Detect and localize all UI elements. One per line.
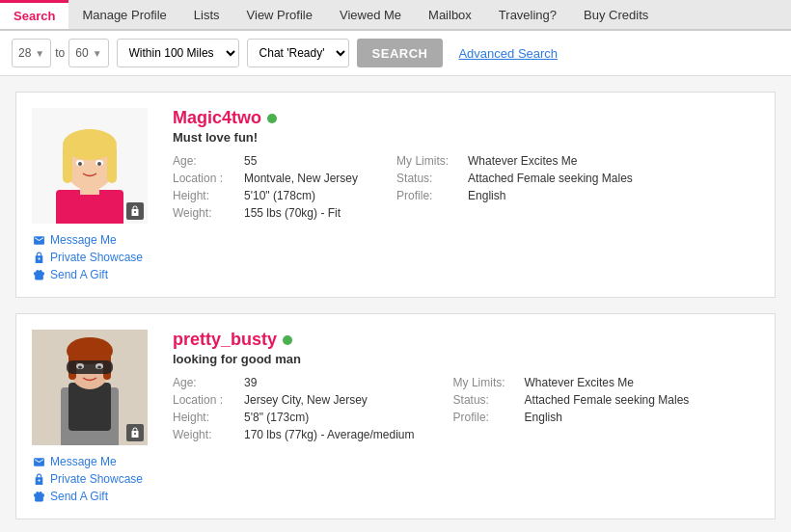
chat-ready-select[interactable]: Chat 'Ready' Any bbox=[247, 39, 349, 67]
limits-value-2: Whatever Excites Me bbox=[525, 376, 634, 389]
lock-badge-1 bbox=[126, 202, 144, 220]
advanced-search-button[interactable]: Advanced Search bbox=[450, 39, 565, 67]
weight-value-2: 170 lbs (77kg) - Average/medium bbox=[244, 428, 415, 441]
send-gift-label-1: Send A Gift bbox=[50, 268, 108, 281]
online-dot-2 bbox=[283, 335, 292, 345]
location-row-2: Location : Jersey City, New Jersey bbox=[173, 393, 415, 407]
height-value-2: 5'8" (173cm) bbox=[244, 411, 309, 424]
weight-row-2: Weight: 170 lbs (77kg) - Average/medium bbox=[173, 428, 415, 441]
main-content: Message Me Private Showcase Send A Gift bbox=[0, 76, 791, 532]
limits-value-1: Whatever Excites Me bbox=[468, 154, 577, 168]
limits-row-2: My Limits: Whatever Excites Me bbox=[453, 376, 690, 389]
svg-rect-6 bbox=[107, 145, 117, 183]
age-from-select[interactable]: 28 ▼ bbox=[12, 39, 51, 67]
height-label-2: Height: bbox=[173, 411, 240, 424]
nav-item-lists[interactable]: Lists bbox=[180, 0, 233, 29]
status-value-1: Attached Female seeking Males bbox=[468, 172, 633, 185]
status-label-2: Status: bbox=[453, 393, 521, 407]
nav-item-view-profile[interactable]: View Profile bbox=[233, 0, 326, 29]
username-1: Magic4two bbox=[173, 108, 261, 128]
private-showcase-link-2[interactable]: Private Showcase bbox=[32, 472, 143, 486]
showcase-lock-icon-1 bbox=[32, 251, 45, 264]
profile-left-1: Message Me Private Showcase Send A Gift bbox=[32, 108, 157, 281]
age-label-1: Age: bbox=[173, 154, 240, 168]
private-showcase-label-1: Private Showcase bbox=[50, 251, 143, 264]
lock-badge-2 bbox=[126, 424, 144, 441]
weight-label-1: Weight: bbox=[173, 206, 240, 220]
lock-icon-1 bbox=[129, 205, 141, 217]
age-range: 28 ▼ to 60 ▼ bbox=[12, 39, 109, 67]
location-row-1: Location : Montvale, New Jersey bbox=[173, 172, 358, 185]
tagline-1: Must love fun! bbox=[173, 130, 759, 145]
tagline-2: looking for good man bbox=[173, 352, 759, 366]
profile-lang-value-1: English bbox=[468, 189, 505, 202]
location-label-2: Location : bbox=[173, 393, 240, 407]
age-to-value: 60 bbox=[75, 46, 88, 60]
profile-lang-label-2: Profile: bbox=[453, 411, 521, 424]
online-dot-1 bbox=[267, 114, 277, 123]
limits-label-1: My Limits: bbox=[396, 154, 464, 168]
message-me-link-2[interactable]: Message Me bbox=[32, 455, 143, 468]
age-from-caret-icon: ▼ bbox=[35, 48, 44, 59]
message-icon-1 bbox=[32, 233, 45, 247]
send-gift-link-2[interactable]: Send A Gift bbox=[32, 490, 143, 503]
nav-item-search[interactable]: Search bbox=[0, 0, 68, 29]
height-row-1: Height: 5'10" (178cm) bbox=[173, 189, 358, 202]
age-value-1: 55 bbox=[244, 154, 257, 168]
nav-item-buy-credits[interactable]: Buy Credits bbox=[570, 0, 662, 29]
age-to-label: to bbox=[55, 46, 65, 60]
nav-item-viewed-me[interactable]: Viewed Me bbox=[326, 0, 415, 29]
nav-item-manage-profile[interactable]: Manage Profile bbox=[68, 0, 179, 29]
svg-point-22 bbox=[78, 366, 82, 369]
profile-photo-wrap-2 bbox=[32, 330, 148, 445]
username-2: pretty_busty bbox=[173, 330, 277, 350]
location-value-1: Montvale, New Jersey bbox=[244, 172, 358, 185]
location-value-2: Jersey City, New Jersey bbox=[244, 393, 368, 407]
send-gift-label-2: Send A Gift bbox=[50, 490, 108, 503]
limits-label-2: My Limits: bbox=[453, 376, 521, 389]
nav-item-traveling[interactable]: Traveling? bbox=[485, 0, 570, 29]
message-me-label-2: Message Me bbox=[50, 455, 117, 468]
message-me-link-1[interactable]: Message Me bbox=[32, 233, 143, 247]
private-showcase-label-2: Private Showcase bbox=[50, 472, 143, 486]
age-row-2: Age: 39 bbox=[173, 376, 415, 389]
svg-point-9 bbox=[78, 162, 82, 166]
weight-value-1: 155 lbs (70kg) - Fit bbox=[244, 206, 341, 220]
age-to-select[interactable]: 60 ▼ bbox=[68, 39, 108, 67]
age-from-value: 28 bbox=[18, 46, 31, 60]
profile-card-2: Message Me Private Showcase Send A Gift bbox=[15, 313, 776, 519]
nav-item-mailbox[interactable]: Mailbox bbox=[415, 0, 485, 29]
age-row-1: Age: 55 bbox=[173, 154, 358, 168]
showcase-lock-icon-2 bbox=[32, 472, 45, 486]
age-to-caret-icon: ▼ bbox=[93, 48, 102, 59]
detail-col-left-1: Age: 55 Location : Montvale, New Jersey … bbox=[173, 154, 358, 220]
profile-details-1: Age: 55 Location : Montvale, New Jersey … bbox=[173, 154, 759, 220]
weight-label-2: Weight: bbox=[173, 428, 240, 441]
profile-photo-wrap-1 bbox=[32, 108, 148, 224]
svg-rect-5 bbox=[63, 145, 72, 183]
status-row-1: Status: Attached Female seeking Males bbox=[396, 172, 633, 185]
distance-select[interactable]: Within 100 Miles Within 50 Miles Within … bbox=[117, 39, 239, 67]
nav-bar: Search Manage Profile Lists View Profile… bbox=[0, 0, 791, 31]
send-gift-link-1[interactable]: Send A Gift bbox=[32, 268, 143, 281]
detail-col-left-2: Age: 39 Location : Jersey City, New Jers… bbox=[173, 376, 415, 441]
detail-col-right-1: My Limits: Whatever Excites Me Status: A… bbox=[396, 154, 633, 220]
private-showcase-link-1[interactable]: Private Showcase bbox=[32, 251, 143, 264]
age-value-2: 39 bbox=[244, 376, 257, 389]
profile-details-2: Age: 39 Location : Jersey City, New Jers… bbox=[173, 376, 759, 441]
height-row-2: Height: 5'8" (173cm) bbox=[173, 411, 415, 424]
message-icon-2 bbox=[32, 455, 45, 468]
filter-bar: 28 ▼ to 60 ▼ Within 100 Miles Within 50 … bbox=[0, 31, 791, 76]
svg-point-10 bbox=[97, 162, 101, 166]
detail-col-right-2: My Limits: Whatever Excites Me Status: A… bbox=[453, 376, 690, 441]
gift-icon-2 bbox=[32, 490, 45, 503]
profile-card-1: Message Me Private Showcase Send A Gift bbox=[15, 92, 776, 298]
location-label-1: Location : bbox=[173, 172, 240, 185]
status-value-2: Attached Female seeking Males bbox=[525, 393, 690, 407]
profile-lang-row-2: Profile: English bbox=[453, 411, 690, 424]
lock-icon-2 bbox=[129, 427, 141, 439]
search-button[interactable]: SEARCH bbox=[357, 39, 444, 67]
limits-row-1: My Limits: Whatever Excites Me bbox=[396, 154, 633, 168]
age-label-2: Age: bbox=[173, 376, 240, 389]
profile-info-1: Magic4two Must love fun! Age: 55 Locatio… bbox=[173, 108, 759, 281]
